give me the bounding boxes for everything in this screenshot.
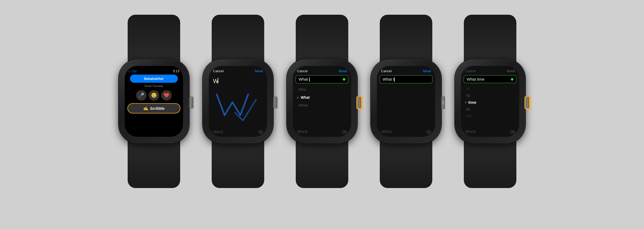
scribble-header: Cancel Send [209,66,267,75]
band-top-1 [128,15,180,62]
delete-button-3[interactable]: ⌫ [342,130,347,134]
whatt-text: What t [383,77,394,81]
whattime-typed-text: What time [467,77,485,81]
band-bottom-4 [380,141,432,188]
what-input-row: What [293,75,351,86]
wt-suggestion-tie[interactable]: tie [465,85,515,92]
suggestion-label-when: When [299,103,308,107]
screen-what: Cancel Send What [293,66,351,137]
what-input-box[interactable]: What [295,75,349,84]
what-text: What [299,77,309,81]
wt-label-tie: tie [466,87,470,91]
send-button-5[interactable]: Send [507,69,515,73]
band-bottom-2 [212,141,264,188]
watch-2: Cancel Send W [196,15,280,214]
space-button-3[interactable]: SPACE [297,130,308,134]
watch-crown-2[interactable] [273,97,277,108]
suggestion-when[interactable]: When [297,101,347,109]
whatt-input-box[interactable]: What t [380,75,433,84]
delete-button-4[interactable]: ⌫ [426,130,431,134]
watch-case-4: Cancel Send What t [371,59,441,143]
watch-crown-5[interactable] [525,97,529,108]
whattime-input-box[interactable]: What time [464,75,517,83]
wt-suggestion-time[interactable]: ▶ time [465,99,515,106]
action-buttons: 🎤 😊 ❤️ [127,90,180,101]
screen-messages: < Zac 3:13 Bahahahha! Read Tuesday 🎤 😊 ❤… [125,66,183,137]
emoji-button[interactable]: 😊 [149,90,159,101]
cancel-button-5[interactable]: Cancel [465,69,476,73]
wt-label-tip: tip [466,93,470,97]
watch-5: Cancel Send What time [448,15,532,214]
whatt-typed-text: What t [383,77,395,82]
whatt-input-row: What t [377,75,435,86]
message-bubble: Bahahahha! [130,75,178,83]
scroll-down-arrow [442,103,444,105]
scribble-drawing [214,89,261,126]
watches-container: < Zac 3:13 Bahahahha! Read Tuesday 🎤 😊 ❤… [0,0,644,229]
what-header: Cancel Send [293,66,351,75]
band-top-4 [380,15,432,62]
watch-crown-3[interactable] [357,97,361,108]
time-display: 3:13 [173,69,179,73]
scribble-icon: ✍️ [143,106,148,111]
space-button-5[interactable]: SPACE [465,130,476,134]
whattime-footer: SPACE ⌫ [461,129,519,137]
watch-body-2: Cancel Send W [196,15,280,214]
watch-body-4: Cancel Send What t [364,15,448,214]
watch-crown-1[interactable] [189,97,193,108]
watch-4: Cancel Send What t [364,15,448,214]
delete-button-5[interactable]: ⌫ [510,130,515,134]
watch-screen-5: Cancel Send What time [461,66,519,137]
message-header: < Zac 3:13 [127,69,180,73]
send-button-3[interactable]: Send [339,69,347,73]
space-label[interactable]: SPACE [213,130,224,134]
whatt-header: Cancel Send [377,66,435,75]
watch-case-5: Cancel Send What time [455,59,525,143]
scribble-button[interactable]: ✍️ Scribble [127,103,180,113]
read-status: Read Tuesday [127,84,180,87]
band-top-3 [296,15,348,62]
suggestion-label-what: What [301,95,310,100]
send-button-4[interactable]: Send [423,69,431,73]
wt-suggestion-tip[interactable]: tip [465,92,515,99]
suggestion-who[interactable]: Who [297,86,347,93]
cancel-button-3[interactable]: Cancel [297,69,308,73]
watch-case-1: < Zac 3:13 Bahahahha! Read Tuesday 🎤 😊 ❤… [119,59,189,143]
whattime-text: What time [467,77,485,81]
scribble-canvas[interactable]: W [209,75,267,128]
screen-whatt: Cancel Send What t [377,66,435,137]
mic-button[interactable]: 🎤 [136,90,147,101]
watch-body-5: Cancel Send What time [448,15,532,214]
wt-suggestion-till[interactable]: till [465,106,515,113]
band-top-5 [464,15,516,62]
cancel-label[interactable]: Cancel [213,69,224,73]
wt-suggestion-flee[interactable]: flee [465,113,515,119]
watch-screen-3: Cancel Send What [293,66,351,137]
send-label[interactable]: Send [255,69,263,73]
watch-3: Cancel Send What [280,15,364,214]
text-cursor [218,78,218,84]
screen-scribble: Cancel Send W [209,66,267,137]
watch-case-2: Cancel Send W [203,59,273,143]
heart-button[interactable]: ❤️ [161,90,172,101]
space-button-4[interactable]: SPACE [381,130,392,134]
delete-button[interactable]: ⌫ [258,130,263,134]
wt-label-flee: flee [466,114,472,118]
watch-crown-scroll-4[interactable] [441,96,445,109]
wt-label-till: till [466,107,470,111]
scribble-label: Scribble [150,106,164,111]
whattime-suggestions: tie tip ▶ time [461,85,519,129]
watch-screen-1: < Zac 3:13 Bahahahha! Read Tuesday 🎤 😊 ❤… [125,66,183,137]
whattime-input-row: What time [461,75,519,85]
whattime-header: Cancel Send [461,66,519,75]
cancel-button-4[interactable]: Cancel [381,69,392,73]
suggestion-what[interactable]: ▶ What [297,93,347,101]
band-bottom-1 [128,141,180,188]
wt-label-time: time [468,100,476,105]
suggestion-label-who: Who [299,87,306,92]
what-footer: SPACE ⌫ [293,129,351,137]
back-button[interactable]: < Zac [128,69,137,73]
whatt-canvas[interactable] [377,86,435,129]
watch-body-1: < Zac 3:13 Bahahahha! Read Tuesday 🎤 😊 ❤… [112,15,196,214]
scroll-up-arrow [442,101,444,102]
